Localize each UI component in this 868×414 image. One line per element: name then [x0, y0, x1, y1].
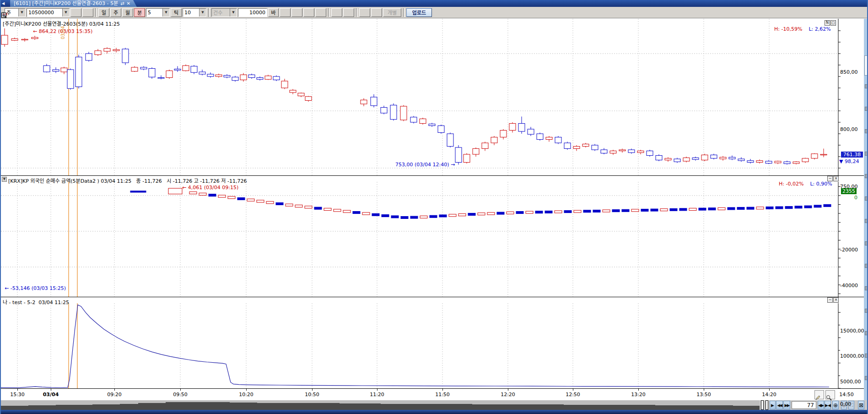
scrollbar-segment[interactable]: [865, 219, 868, 223]
tab-close-icon[interactable]: ✕: [127, 0, 134, 7]
bar-button[interactable]: 바: [268, 8, 279, 17]
candle-body: [766, 161, 772, 163]
scrollbar-segment[interactable]: [865, 196, 868, 201]
time-axis: 15:3003/0409:2009:5010:2010:5011:2011:50…: [1, 388, 864, 400]
month-button[interactable]: 월: [122, 8, 133, 17]
close-button[interactable]: ×: [833, 176, 839, 181]
search-button[interactable]: [70, 8, 81, 17]
scrollbar-segment[interactable]: [865, 331, 868, 335]
time-tick: [114, 389, 115, 391]
candle-body: [674, 159, 680, 162]
draw-tool-button[interactable]: [814, 390, 824, 399]
normalize-button[interactable]: N: [825, 20, 830, 26]
candle-body: [86, 54, 92, 60]
tick-button[interactable]: 틱: [171, 8, 182, 17]
minute-button[interactable]: 분: [134, 8, 145, 17]
chevron-down-icon[interactable]: ▼: [162, 9, 169, 16]
scrollbar-segment[interactable]: [865, 264, 868, 268]
day-button[interactable]: 일: [98, 8, 109, 17]
segment-bar: [458, 214, 466, 216]
candle-body: [546, 137, 552, 140]
scrollbar-segment[interactable]: [865, 152, 868, 156]
minimap-bar: [472, 404, 518, 410]
window-tab[interactable]: [6101] [주간]미니KP200 선물연결-2603 - 5분 ⇄ ✕: [10, 0, 137, 7]
time-axis-label: 13:50: [696, 392, 711, 398]
chart-region: [주간]미니KP200 선물연결-2603(5분) 03/04 11:25 H:…: [1, 19, 867, 414]
segment-bar: [430, 215, 437, 218]
sort-updown-button[interactable]: [315, 8, 326, 17]
candle-body: [500, 131, 507, 137]
vertical-scrollbar[interactable]: [864, 19, 868, 400]
close-button[interactable]: ×: [833, 297, 839, 303]
period-select[interactable]: 주▼: [5, 8, 26, 17]
candle-body: [32, 37, 38, 38]
candle-body: [811, 154, 818, 158]
week-button[interactable]: 주: [110, 8, 121, 17]
segment-bar: [631, 209, 639, 212]
segment-bar: [218, 195, 226, 197]
scrollbar-segment[interactable]: [865, 129, 868, 133]
expand-horizontal-button[interactable]: ◀▶: [818, 401, 824, 409]
crosshair-button[interactable]: [280, 8, 291, 17]
window-back-icon[interactable]: ◀: [2, 1, 5, 5]
tick-value-select[interactable]: 10▼: [183, 8, 206, 17]
search-recent-button[interactable]: [82, 8, 93, 17]
chevron-down-icon[interactable]: ▼: [199, 9, 206, 16]
candle-body: [400, 106, 407, 120]
swap-icon[interactable]: ⇄: [120, 0, 124, 7]
scrollbar-segment[interactable]: [865, 241, 868, 245]
zoom-in-button[interactable]: ⊕: [832, 401, 839, 409]
y-axis-tick-label: -20000: [840, 247, 864, 253]
chevron-down-icon[interactable]: ▼: [62, 9, 69, 16]
title-bar: ◀ [6101] [주간]미니KP200 선물연결-2603 - 5분 ⇄ ✕: [1, 0, 867, 7]
grid-button[interactable]: [371, 8, 382, 17]
candle-body: [273, 76, 280, 80]
axis-zoom-button[interactable]: [825, 390, 835, 399]
report-button[interactable]: [359, 8, 370, 17]
symbol-combo[interactable]: 10500000▼: [27, 8, 70, 17]
shrink-horizontal-button[interactable]: ▶◀: [825, 401, 831, 409]
minimap-bar: [564, 405, 609, 410]
page-next-button[interactable]: ▶▶: [783, 401, 790, 409]
minute-value-select[interactable]: 5▼: [146, 8, 170, 17]
segment-bar: [824, 204, 831, 207]
candle-body: [1, 35, 8, 44]
chevron-down-icon[interactable]: ▼: [18, 9, 25, 16]
time-tick: [312, 389, 313, 391]
volume-chart-button[interactable]: [303, 8, 314, 17]
segment-bar: [324, 208, 331, 211]
range-handle-right[interactable]: [766, 400, 768, 410]
bar-count-input[interactable]: [238, 8, 267, 17]
upload-button[interactable]: 업로드: [406, 8, 432, 17]
segment-bar: [372, 213, 379, 216]
segment-bar: [785, 207, 793, 209]
scrollbar-segment[interactable]: [865, 309, 868, 313]
page-prev-button[interactable]: ◀◀: [776, 401, 783, 409]
scrollbar-segment[interactable]: [865, 107, 868, 111]
scrollbar-thumb[interactable]: [864, 55, 868, 76]
scrollbar-segment[interactable]: [865, 354, 868, 358]
indicator-chart-button[interactable]: [291, 8, 302, 17]
chart-minimap[interactable]: [1, 400, 760, 410]
scrollbar-segment[interactable]: [865, 84, 868, 88]
page-number-input[interactable]: [792, 401, 816, 409]
segment-bar: [449, 214, 456, 217]
scrollbar-segment[interactable]: [865, 376, 868, 380]
copy-page-button[interactable]: [331, 8, 342, 17]
scrollbar-segment[interactable]: [865, 174, 868, 178]
segment-bar: [497, 212, 504, 214]
minimize-button[interactable]: −: [827, 297, 833, 303]
collapse-panel-icon[interactable]: ▼: [2, 177, 7, 182]
current-value-badge: 2355: [841, 188, 857, 194]
candle-body: [775, 161, 781, 163]
toolbar: ◂ 주▼ 10500000▼ 일 주 월 분 5▼ 틱 10▼ 건수▼ 바: [1, 7, 867, 18]
scrollbar-segment[interactable]: [865, 286, 868, 290]
candle-body: [729, 157, 735, 159]
minimize-button[interactable]: −: [827, 176, 833, 181]
range-handle-left[interactable]: [761, 400, 764, 410]
net-buy-segments: [130, 188, 831, 218]
candle-body: [429, 124, 435, 126]
maximize-button[interactable]: □: [830, 20, 836, 26]
candle-body: [647, 151, 653, 156]
play-button[interactable]: ▶: [770, 401, 776, 409]
